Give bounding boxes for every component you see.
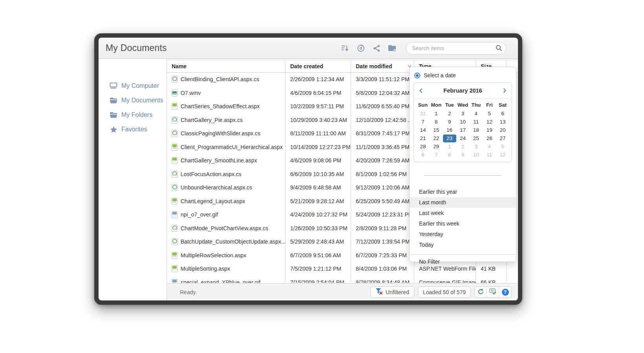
star-icon: [110, 126, 117, 133]
calendar-day[interactable]: 28: [416, 143, 430, 151]
calendar-day[interactable]: 26: [483, 135, 496, 142]
status-bar-right: Unfiltered Loaded 50 of 579: [370, 286, 518, 298]
calendar-day[interactable]: 22: [430, 135, 443, 142]
disc-icon[interactable]: [356, 43, 366, 53]
quick-filter-item[interactable]: Last month: [410, 197, 516, 208]
calendar-day-name: Thu: [469, 101, 483, 109]
calendar-day[interactable]: 8: [430, 118, 443, 126]
folder-icon: [110, 97, 117, 104]
file-type-icon: [172, 238, 177, 245]
column-header-date-created[interactable]: Date created: [285, 60, 351, 72]
calendar-day[interactable]: 4: [483, 143, 496, 151]
file-date-modified: 12/10/2009 12:42:58 ...: [351, 113, 414, 127]
select-a-date-option[interactable]: Select a date: [410, 67, 516, 78]
calendar-day[interactable]: 1: [430, 110, 443, 118]
calendar-day[interactable]: 15: [430, 126, 443, 134]
file-date-created: 2/26/2009 1:12:34 AM: [285, 73, 351, 86]
quick-filter-item[interactable]: Earlier this year: [410, 187, 516, 197]
calendar-next-button[interactable]: [502, 88, 507, 93]
no-filter-item[interactable]: No Filter: [410, 255, 516, 269]
calendar-day[interactable]: 6: [496, 110, 509, 118]
sidebar-item-my-computer[interactable]: My Computer: [99, 78, 166, 93]
calendar-header: February 2016: [414, 83, 512, 98]
calendar-day-name: Sat: [496, 101, 509, 109]
calendar-day[interactable]: 19: [483, 126, 496, 134]
auto-refresh-button[interactable]: [487, 287, 499, 297]
calendar-day[interactable]: 3: [469, 143, 483, 151]
calendar-day[interactable]: 8: [443, 151, 456, 159]
calendar-day[interactable]: 9: [456, 151, 470, 159]
unfiltered-funnel-icon: [375, 288, 383, 296]
calendar-day[interactable]: 10: [456, 118, 470, 126]
calendar-day[interactable]: 12: [496, 151, 509, 159]
calendar-day[interactable]: 29: [430, 143, 443, 151]
file-date-created: 9/4/2009 6:48:58 AM: [285, 181, 351, 195]
calendar-day[interactable]: 31: [416, 110, 430, 118]
calendar-day-selected[interactable]: 23: [443, 135, 456, 142]
calendar-day[interactable]: 24: [456, 135, 470, 142]
calendar-day[interactable]: 7: [416, 118, 430, 126]
file-type-icon: [172, 279, 177, 283]
refresh-button[interactable]: [475, 287, 487, 297]
search-input[interactable]: [406, 42, 506, 55]
file-date-created: 6/7/2009 9:51:06 AM: [285, 249, 351, 262]
calendar-day[interactable]: 27: [496, 135, 509, 142]
calendar-day[interactable]: 25: [469, 135, 483, 142]
calendar-day[interactable]: 17: [456, 126, 470, 134]
calendar-prev-button[interactable]: [419, 88, 423, 93]
sidebar-item-label: My Documents: [121, 97, 163, 104]
sidebar-item-my-documents[interactable]: My Documents: [99, 93, 166, 107]
calendar-day[interactable]: 12: [483, 118, 496, 126]
calendar-day[interactable]: 4: [469, 110, 483, 118]
radio-selected-icon: [414, 73, 420, 78]
calendar-day[interactable]: 5: [483, 110, 496, 118]
file-type-icon: [172, 265, 177, 272]
sidebar-item-my-folders[interactable]: My Folders: [99, 107, 166, 122]
filter-status-button[interactable]: Unfiltered: [370, 286, 414, 298]
sort-descending-icon[interactable]: [340, 43, 350, 53]
sidebar-item-label: Favorites: [121, 126, 147, 133]
desktop-background: My Documents: [0, 0, 644, 353]
file-name: ChartGallery_SmoothLine.aspx: [181, 157, 257, 164]
calendar-day[interactable]: 18: [469, 126, 483, 134]
calendar-day[interactable]: 5: [496, 143, 509, 151]
calendar-day[interactable]: 3: [456, 110, 470, 118]
file-date-created: 5/21/2009 9:28:12 AM: [285, 195, 351, 208]
quick-filter-item[interactable]: Yesterday: [410, 229, 516, 240]
calendar-day[interactable]: 14: [416, 126, 430, 134]
calendar-day[interactable]: 21: [416, 135, 430, 142]
calendar-day[interactable]: 1: [443, 143, 456, 151]
file-date-created: 8/11/2009 11:11:00 AM: [285, 127, 351, 140]
column-header-name[interactable]: Name: [167, 60, 285, 72]
calendar-day[interactable]: 13: [496, 118, 509, 126]
calendar-day[interactable]: 16: [443, 126, 456, 134]
calendar-day[interactable]: 2: [456, 143, 470, 151]
new-folder-icon[interactable]: [387, 43, 397, 53]
table-row[interactable]: special_expand_XPblue_over.gif 7/15/2009…: [167, 276, 518, 283]
sidebar: My Computer My Documents: [99, 59, 167, 300]
quick-filter-item[interactable]: Earlier this week: [410, 218, 516, 229]
file-name: ChartGallery_Pie.aspx.cs: [181, 117, 243, 123]
calendar-day[interactable]: 11: [469, 118, 483, 126]
file-type-icon: [172, 157, 177, 164]
search-icon[interactable]: [496, 45, 502, 53]
quick-filter-item[interactable]: Last week: [410, 208, 516, 218]
calendar-day[interactable]: 6: [416, 151, 430, 159]
calendar-day[interactable]: 2: [443, 110, 456, 118]
file-date-modified: 2/8/2009 9:11:28 PM: [351, 222, 414, 235]
calendar-day[interactable]: 11: [483, 151, 496, 159]
sidebar-item-favorites[interactable]: Favorites: [99, 122, 166, 136]
file-name: MultipleSorting.aspx: [181, 266, 230, 272]
date-filter-popup: Select a date February 2016: [409, 67, 516, 262]
file-date-created: 10/2/2009 9:57:11 PM: [285, 100, 351, 113]
calendar-day[interactable]: 9: [443, 118, 456, 126]
share-icon[interactable]: [371, 43, 382, 53]
file-type-icon: [172, 171, 177, 178]
quick-filter-item[interactable]: Today: [410, 240, 516, 250]
calendar-day[interactable]: 10: [469, 151, 483, 159]
calendar-day[interactable]: 20: [496, 126, 509, 134]
calendar-day[interactable]: 7: [430, 151, 443, 159]
loaded-count-button[interactable]: Loaded 50 of 579: [418, 286, 471, 298]
help-button[interactable]: ?: [499, 287, 511, 297]
column-header-date-modified[interactable]: Date modified: [351, 60, 414, 72]
